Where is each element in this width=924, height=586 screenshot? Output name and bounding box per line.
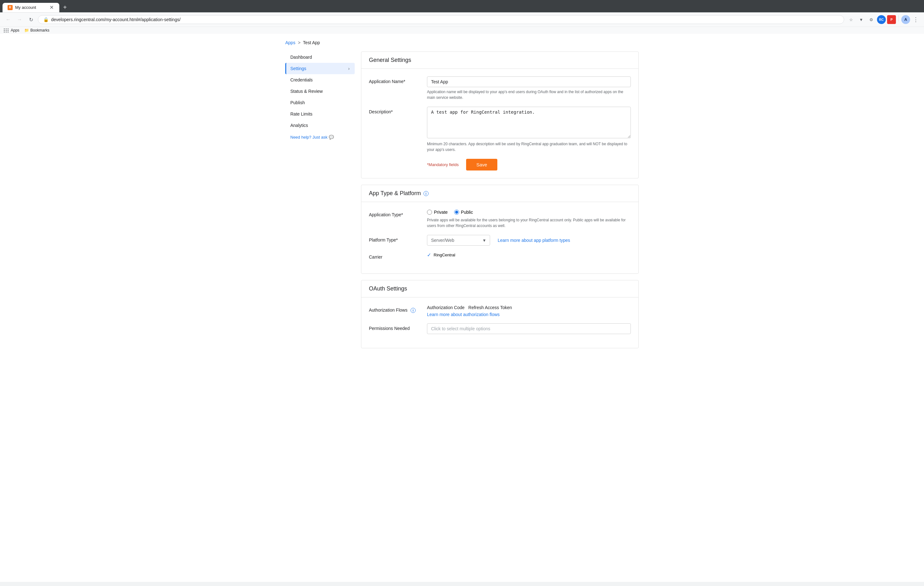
nav-bar: ← → ↻ 🔒 developers.ringcentral.com/my-ac… xyxy=(0,12,924,26)
public-option[interactable]: Public xyxy=(454,210,473,215)
permissions-input[interactable]: Click to select multiple options xyxy=(427,323,631,334)
rc-extension-icon[interactable]: RC xyxy=(877,15,886,24)
description-hint: Minimum 20 characters. App description w… xyxy=(427,141,631,152)
app-name-row: Application Name* Application name will … xyxy=(369,76,631,100)
auth-flows-text: Authorization Flows xyxy=(369,308,408,313)
section-title-with-icon: App Type & Platform i xyxy=(369,190,631,197)
oauth-settings-body: Authorization Flows i Authorization Code… xyxy=(361,298,639,348)
sidebar-publish-label: Publish xyxy=(290,100,305,105)
private-label: Private xyxy=(434,210,448,215)
nav-separator xyxy=(898,15,899,22)
general-settings-body: Application Name* Application name will … xyxy=(361,69,639,178)
auth-flows-row: Authorization Flows i Authorization Code… xyxy=(369,305,631,317)
sidebar-status-label: Status & Review xyxy=(290,89,323,94)
app-type-platform-header: App Type & Platform i xyxy=(361,185,639,202)
bookmark-star-icon[interactable]: ☆ xyxy=(847,15,856,24)
auth-flows-field: Authorization Code Refresh Access Token … xyxy=(427,305,631,317)
bookmarks-bookmarks-item[interactable]: 📁 Bookmarks xyxy=(24,28,49,33)
browser-chrome: R My account ✕ + ← → ↻ 🔒 developers.ring… xyxy=(0,0,924,34)
app-type-hint: Private apps will be available for the u… xyxy=(427,217,631,228)
page-inner: Apps > Test App Dashboard Settings › Cre… xyxy=(273,34,651,354)
tab-bar: R My account ✕ + xyxy=(0,0,924,12)
app-type-platform-title: App Type & Platform xyxy=(369,190,421,197)
carrier-row: Carrier ✓ RingCentral xyxy=(369,252,631,260)
general-settings-header: General Settings xyxy=(361,52,639,69)
app-type-label: Application Type* xyxy=(369,210,419,228)
description-textarea[interactable]: A test app for RingCentral integration. xyxy=(427,107,631,138)
sidebar-item-publish[interactable]: Publish xyxy=(285,97,355,108)
oauth-settings-card: OAuth Settings Authorization Flows i Aut… xyxy=(361,280,639,348)
auth-code-flow: Authorization Code xyxy=(427,305,465,310)
bookmarks-apps-item[interactable]: Apps xyxy=(4,28,19,33)
platform-type-row: Platform Type* Server/Web Server/Bot Cli… xyxy=(369,235,631,246)
back-button[interactable]: ← xyxy=(4,15,13,24)
mandatory-label: *Mandatory fields xyxy=(427,162,459,167)
carrier-field: ✓ RingCentral xyxy=(427,252,631,260)
tab-close-button[interactable]: ✕ xyxy=(49,5,54,10)
apps-label: Apps xyxy=(11,28,19,33)
app-name-input[interactable] xyxy=(427,76,631,87)
tab-title: My account xyxy=(15,5,46,10)
sidebar-item-status-review[interactable]: Status & Review xyxy=(285,86,355,97)
private-radio[interactable] xyxy=(427,210,432,215)
app-name-field: Application name will be displayed to yo… xyxy=(427,76,631,100)
auth-flows-info-icon[interactable]: i xyxy=(411,308,416,313)
description-label: Description* xyxy=(369,107,419,152)
check-icon: ✓ xyxy=(427,252,431,258)
permissions-label: Permissions Needed xyxy=(369,323,419,334)
general-settings-card: General Settings Application Name* Appli… xyxy=(361,51,639,179)
other-extension-icon[interactable]: P xyxy=(887,15,896,24)
main-content: General Settings Application Name* Appli… xyxy=(361,51,639,348)
sidebar-analytics-label: Analytics xyxy=(290,123,308,128)
sidebar: Dashboard Settings › Credentials Status … xyxy=(285,51,355,348)
sidebar-item-credentials[interactable]: Credentials xyxy=(285,74,355,86)
settings-icon[interactable]: ⚙ xyxy=(867,15,876,24)
bookmarks-bar: Apps 📁 Bookmarks xyxy=(0,26,924,34)
new-tab-button[interactable]: + xyxy=(61,3,69,12)
learn-platform-link[interactable]: Learn more about app platform types xyxy=(498,238,570,243)
breadcrumb-separator: > xyxy=(298,40,300,45)
active-tab[interactable]: R My account ✕ xyxy=(3,3,59,12)
tab-favicon: R xyxy=(8,5,13,10)
need-help-section: Need help? Just ask 💬 xyxy=(285,131,355,143)
sidebar-item-rate-limits[interactable]: Rate Limits xyxy=(285,108,355,120)
app-type-row: Application Type* Private Pub xyxy=(369,210,631,228)
breadcrumb-apps-link[interactable]: Apps xyxy=(285,40,295,45)
sidebar-dashboard-label: Dashboard xyxy=(290,55,312,60)
profile-avatar[interactable]: A xyxy=(901,15,910,24)
permissions-field: Click to select multiple options xyxy=(427,323,631,334)
folder-icon: 📁 xyxy=(24,28,29,33)
app-type-info-icon[interactable]: i xyxy=(424,191,429,196)
app-type-platform-card: App Type & Platform i Application Type* xyxy=(361,185,639,274)
app-type-platform-body: Application Type* Private Pub xyxy=(361,202,639,273)
learn-flows-link[interactable]: Learn more about authorization flows xyxy=(427,312,500,317)
menu-button[interactable]: ⋮ xyxy=(911,15,920,24)
private-option[interactable]: Private xyxy=(427,210,448,215)
need-help-text: Need help? Just ask xyxy=(290,135,328,139)
sidebar-item-settings[interactable]: Settings › xyxy=(285,63,355,74)
carrier-value: RingCentral xyxy=(434,253,455,257)
sidebar-settings-label: Settings xyxy=(290,66,307,71)
public-radio[interactable] xyxy=(454,210,459,215)
description-row: Description* A test app for RingCentral … xyxy=(369,107,631,152)
description-field: A test app for RingCentral integration. … xyxy=(427,107,631,152)
chevron-right-icon: › xyxy=(348,66,350,71)
platform-type-label: Platform Type* xyxy=(369,235,419,246)
sidebar-item-dashboard[interactable]: Dashboard xyxy=(285,51,355,63)
url-display: developers.ringcentral.com/my-account.ht… xyxy=(51,17,180,22)
auth-flows-label: Authorization Flows i xyxy=(369,305,419,317)
reload-button[interactable]: ↻ xyxy=(26,15,35,24)
sidebar-item-analytics[interactable]: Analytics xyxy=(285,120,355,131)
platform-type-select[interactable]: Server/Web Server/Bot Client/Web Client/… xyxy=(427,235,490,246)
save-button[interactable]: Save xyxy=(466,159,497,171)
extensions-icon[interactable]: ▼ xyxy=(857,15,866,24)
chat-icon: 💬 xyxy=(329,135,334,139)
bookmarks-label: Bookmarks xyxy=(30,28,49,33)
platform-type-field: Server/Web Server/Bot Client/Web Client/… xyxy=(427,235,631,246)
need-help-link[interactable]: Need help? Just ask 💬 xyxy=(290,135,350,139)
address-bar[interactable]: 🔒 developers.ringcentral.com/my-account.… xyxy=(38,15,844,24)
forward-button[interactable]: → xyxy=(15,15,24,24)
permissions-row: Permissions Needed Click to select multi… xyxy=(369,323,631,334)
carrier-label: Carrier xyxy=(369,252,419,260)
app-name-label: Application Name* xyxy=(369,76,419,100)
